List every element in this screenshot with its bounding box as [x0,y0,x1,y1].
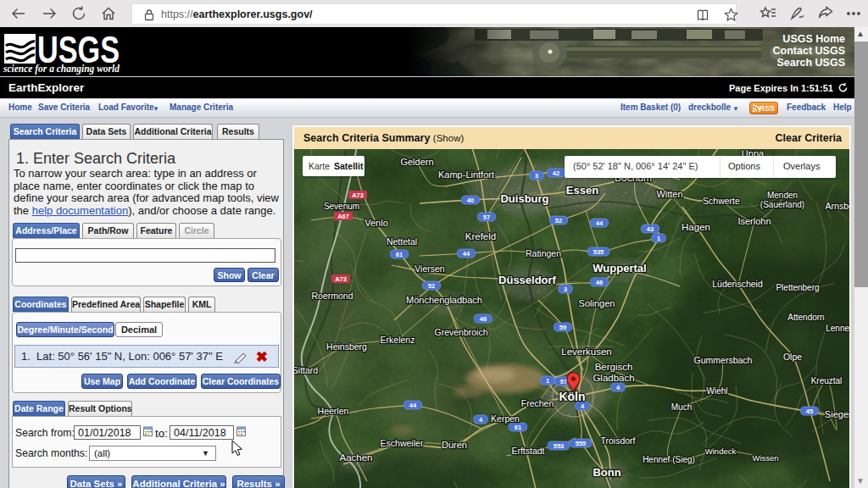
svg-text:(Sauerland): (Sauerland) [760,200,804,209]
svg-text:Düren: Düren [442,440,467,450]
svg-text:52: 52 [428,282,435,290]
svg-text:Contact USGS: Contact USGS [773,45,845,57]
svg-text:A73: A73 [335,275,347,283]
svg-text:Hennef (Sieg): Hennef (Sieg) [643,455,695,464]
svg-text:Bergisch: Bergisch [595,362,633,372]
svg-text:Aachen: Aachen [339,452,372,463]
svg-text:Plettenberg: Plettenberg [776,283,819,292]
svg-text:Erkelenz: Erkelenz [381,335,415,345]
svg-text:science for a changing world: science for a changing world [3,62,120,75]
svg-text:3: 3 [535,172,538,180]
svg-text:57: 57 [483,214,490,221]
svg-text:45: 45 [806,408,813,415]
svg-text:Essen: Essen [566,184,598,197]
svg-text:A67: A67 [337,213,349,220]
svg-text:Attendorn: Attendorn [787,313,824,322]
svg-text:Wissen: Wissen [752,453,778,463]
svg-text:Hagen: Hagen [682,222,710,232]
svg-text:43: 43 [647,225,654,233]
svg-text:3: 3 [564,286,567,293]
svg-text:46: 46 [596,279,603,286]
svg-text:Geldern: Geldern [400,157,433,167]
svg-text:Gummersbach: Gummersbach [694,355,753,365]
svg-text:Köln: Köln [559,390,585,403]
svg-text:57: 57 [560,378,567,385]
svg-text:Sevenum: Sevenum [324,202,359,211]
svg-text:59: 59 [559,324,566,331]
svg-text:Heinsberg: Heinsberg [326,341,367,352]
svg-text:Viersen: Viersen [415,263,445,274]
svg-text:Olpe: Olpe [783,352,802,362]
svg-text:44: 44 [463,250,470,258]
svg-text:61: 61 [515,424,521,431]
svg-text:Sittard: Sittard [294,365,318,375]
svg-text:Venlo: Venlo [364,218,388,228]
svg-text:Wiehl: Wiehl [706,386,727,396]
svg-text:Schwerte: Schwerte [703,196,740,206]
svg-text:Frechen: Frechen [521,398,554,408]
svg-text:Ratingen: Ratingen [526,248,561,258]
svg-text:46: 46 [480,315,487,323]
svg-text:535: 535 [593,248,604,256]
svg-text:Iserlohn: Iserlohn [737,216,771,226]
svg-text:Much: Much [671,402,692,412]
svg-text:Lennest: Lennest [826,324,849,333]
svg-text:Roermond: Roermond [311,291,353,301]
svg-text:Düsseldorf: Düsseldorf [498,274,557,286]
svg-text:Kreuztal: Kreuztal [811,376,843,385]
svg-text:Nettetal: Nettetal [387,236,417,247]
svg-text:Menden: Menden [767,191,798,200]
svg-text:52: 52 [555,217,562,225]
svg-text:Lüdenscheid: Lüdenscheid [712,279,763,289]
svg-text:Troisdorf: Troisdorf [600,435,635,446]
svg-text:Duisburg: Duisburg [500,192,548,205]
svg-text:Arnsber: Arnsber [826,201,849,211]
svg-text:1: 1 [657,235,660,242]
svg-text:Grevenbroich: Grevenbroich [434,327,487,337]
svg-text:Leverkusen: Leverkusen [561,347,611,357]
svg-text:Mönchengladbach: Mönchengladbach [406,295,482,305]
svg-text:1: 1 [546,377,549,385]
svg-text:44: 44 [409,402,417,409]
svg-text:USGS Home: USGS Home [782,33,845,45]
svg-text:42: 42 [553,169,559,177]
svg-text:44: 44 [596,219,604,227]
svg-text:555: 555 [576,440,587,447]
svg-text:Erftstadt: Erftstadt [511,446,544,456]
svg-text:Witten: Witten [656,189,682,199]
svg-text:Search USGS: Search USGS [776,57,845,69]
svg-text:Solingen: Solingen [579,298,615,308]
svg-text:Kamp-Lintfort: Kamp-Lintfort [438,169,494,180]
svg-text:553: 553 [554,442,565,450]
svg-text:A73: A73 [352,191,364,199]
svg-text:Gladbach: Gladbach [593,373,634,383]
svg-text:Krefeld: Krefeld [465,231,496,241]
svg-text:61: 61 [396,251,403,258]
svg-text:Wuppertal: Wuppertal [593,262,646,274]
svg-text:Windeck: Windeck [705,446,737,456]
svg-text:Eschweiler: Eschweiler [381,438,424,448]
svg-text:Siegen: Siegen [825,409,849,419]
svg-text:Kerpen: Kerpen [491,413,520,424]
svg-text:Bonn: Bonn [593,466,620,479]
svg-text:40: 40 [467,197,474,204]
svg-text:Heerlen: Heerlen [318,406,349,416]
